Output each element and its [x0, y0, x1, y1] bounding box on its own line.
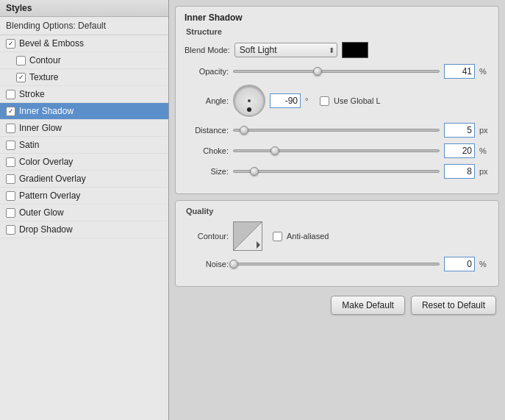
quality-subtitle: Quality	[186, 207, 490, 216]
size-input[interactable]	[444, 164, 475, 179]
quality-section: Quality Contour: Anti-aliased Noise:	[175, 200, 499, 287]
angle-center-dot	[248, 99, 251, 102]
choke-row: Choke: %	[185, 143, 490, 158]
noise-unit: %	[479, 260, 490, 268]
checkbox-bevel-emboss[interactable]	[6, 39, 15, 49]
left-panel: Styles Blending Options: Default Bevel &…	[0, 0, 169, 420]
label-inner-shadow: Inner Shadow	[19, 106, 74, 116]
structure-subtitle: Structure	[186, 27, 490, 36]
distance-input[interactable]	[444, 123, 475, 138]
checkbox-pattern-overlay[interactable]	[6, 191, 15, 201]
opacity-label: Opacity:	[185, 67, 229, 76]
angle-unit: °	[305, 96, 315, 105]
label-pattern-overlay: Pattern Overlay	[19, 191, 80, 201]
section-title: Inner Shadow	[185, 13, 490, 23]
sidebar-item-inner-shadow[interactable]: Inner Shadow	[0, 103, 168, 120]
opacity-slider-container[interactable]	[233, 65, 440, 77]
size-unit: px	[479, 167, 490, 176]
styles-header: Styles	[0, 0, 168, 17]
noise-slider-container[interactable]	[233, 258, 440, 270]
sidebar-item-pattern-overlay[interactable]: Pattern Overlay	[0, 188, 168, 204]
anti-aliased-label: Anti-aliased	[287, 232, 329, 241]
use-global-checkbox[interactable]	[320, 96, 329, 106]
label-contour: Contour	[29, 55, 61, 65]
color-swatch[interactable]	[342, 42, 368, 58]
checkbox-stroke[interactable]	[6, 90, 15, 99]
opacity-row: Opacity: %	[185, 64, 490, 79]
checkbox-texture[interactable]	[16, 73, 26, 82]
blend-mode-label: Blend Mode:	[185, 46, 230, 54]
sidebar-item-outer-glow[interactable]: Outer Glow	[0, 204, 168, 221]
sidebar-item-contour[interactable]: Contour	[0, 52, 168, 69]
checkbox-inner-glow[interactable]	[6, 124, 15, 133]
sidebar-item-satin[interactable]: Satin	[0, 137, 168, 154]
checkbox-gradient-overlay[interactable]	[6, 174, 15, 184]
inner-shadow-section: Inner Shadow Structure Blend Mode: Norma…	[175, 6, 499, 194]
layers-list: Bevel & EmbossContourTextureStrokeInner …	[0, 35, 168, 420]
sidebar-item-stroke[interactable]: Stroke	[0, 86, 168, 103]
sidebar-item-texture[interactable]: Texture	[0, 69, 168, 86]
noise-input[interactable]	[444, 257, 475, 271]
choke-slider-container[interactable]	[233, 145, 440, 157]
angle-indicator	[247, 107, 251, 112]
size-row: Size: px	[185, 164, 490, 179]
buttons-row: Make Default Reset to Default	[175, 296, 499, 315]
anti-aliased-checkbox[interactable]	[273, 232, 282, 241]
angle-input[interactable]	[270, 93, 301, 108]
sidebar-item-drop-shadow[interactable]: Drop Shadow	[0, 221, 168, 238]
size-thumb[interactable]	[250, 167, 259, 176]
label-bevel-emboss: Bevel & Emboss	[19, 38, 84, 49]
checkbox-inner-shadow[interactable]	[6, 107, 15, 116]
distance-row: Distance: px	[185, 123, 490, 138]
choke-unit: %	[479, 146, 490, 155]
choke-slider	[233, 149, 440, 152]
angle-dial[interactable]	[233, 85, 265, 117]
checkbox-drop-shadow[interactable]	[6, 225, 15, 235]
checkbox-contour[interactable]	[16, 56, 26, 65]
label-stroke: Stroke	[19, 89, 45, 99]
blending-options-header: Blending Options: Default	[0, 17, 168, 35]
opacity-input[interactable]	[444, 64, 475, 79]
opacity-slider	[233, 70, 440, 73]
contour-preview[interactable]	[233, 221, 262, 251]
label-inner-glow: Inner Glow	[19, 123, 62, 133]
distance-label: Distance:	[185, 126, 229, 135]
distance-unit: px	[479, 126, 490, 135]
angle-row: Angle: ° Use Global L	[185, 85, 490, 117]
label-color-overlay: Color Overlay	[19, 157, 73, 167]
right-panel: Inner Shadow Structure Blend Mode: Norma…	[169, 0, 505, 420]
reset-to-default-button[interactable]: Reset to Default	[411, 296, 496, 315]
label-satin: Satin	[19, 140, 39, 150]
sidebar-item-bevel-emboss[interactable]: Bevel & Emboss	[0, 35, 168, 52]
choke-thumb[interactable]	[271, 146, 279, 155]
blend-mode-select[interactable]: NormalDissolveMultiplyScreenOverlaySoft …	[234, 43, 337, 57]
contour-arrow	[257, 241, 260, 249]
distance-slider-container[interactable]	[233, 124, 440, 136]
checkbox-satin[interactable]	[6, 140, 15, 150]
opacity-thumb[interactable]	[313, 67, 322, 76]
contour-row: Contour: Anti-aliased	[185, 221, 490, 251]
noise-label: Noise:	[185, 260, 229, 268]
checkbox-outer-glow[interactable]	[6, 208, 15, 218]
noise-thumb[interactable]	[229, 260, 238, 268]
noise-slider	[233, 263, 440, 266]
make-default-button[interactable]: Make Default	[331, 296, 405, 315]
blend-mode-select-wrapper: NormalDissolveMultiplyScreenOverlaySoft …	[234, 43, 337, 57]
choke-input[interactable]	[444, 143, 475, 158]
distance-thumb[interactable]	[240, 126, 248, 135]
distance-slider	[233, 129, 440, 132]
size-slider-container[interactable]	[233, 165, 440, 177]
size-label: Size:	[185, 167, 229, 176]
sidebar-item-color-overlay[interactable]: Color Overlay	[0, 154, 168, 171]
size-slider	[233, 170, 440, 173]
sidebar-item-gradient-overlay[interactable]: Gradient Overlay	[0, 171, 168, 188]
label-drop-shadow: Drop Shadow	[19, 224, 73, 235]
label-outer-glow: Outer Glow	[19, 207, 64, 218]
sidebar-item-inner-glow[interactable]: Inner Glow	[0, 120, 168, 137]
checkbox-color-overlay[interactable]	[6, 157, 15, 167]
blend-mode-row: Blend Mode: NormalDissolveMultiplyScreen…	[185, 42, 490, 58]
angle-label: Angle:	[185, 96, 229, 105]
label-texture: Texture	[29, 72, 58, 82]
opacity-unit: %	[479, 67, 490, 76]
label-gradient-overlay: Gradient Overlay	[19, 174, 86, 184]
